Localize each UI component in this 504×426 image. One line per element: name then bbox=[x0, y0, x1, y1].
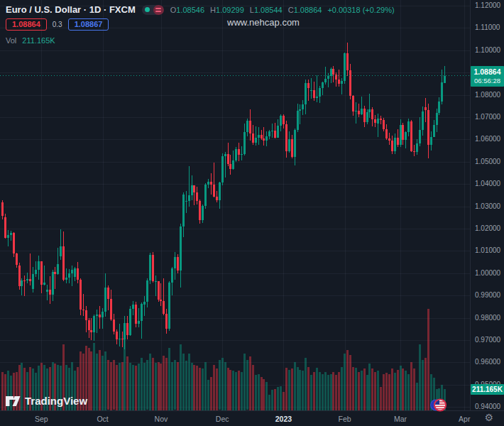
candle bbox=[280, 116, 282, 126]
volume-bar bbox=[299, 370, 301, 410]
volume-bar bbox=[324, 372, 327, 410]
volume-bar bbox=[238, 371, 240, 410]
time-axis[interactable]: SepOctNovDec2023FebMarApr bbox=[0, 410, 504, 426]
volume-bar bbox=[346, 350, 349, 410]
candle bbox=[46, 290, 48, 292]
volume-bar bbox=[110, 362, 112, 410]
volume-bar bbox=[235, 372, 237, 410]
volume-bar bbox=[280, 386, 282, 410]
candle bbox=[427, 110, 429, 145]
candle bbox=[385, 129, 388, 138]
candle bbox=[433, 125, 435, 137]
high-value: H1.09299 bbox=[210, 6, 244, 14]
volume-bar bbox=[224, 362, 226, 410]
time-axis-label[interactable]: Nov bbox=[155, 415, 168, 423]
candle bbox=[171, 268, 173, 283]
candle bbox=[152, 255, 154, 281]
economic-event-icons[interactable] bbox=[430, 397, 448, 416]
volume-bar bbox=[202, 368, 204, 410]
candle bbox=[96, 315, 98, 316]
volume-bar bbox=[335, 375, 337, 410]
time-axis-label[interactable]: Oct bbox=[97, 415, 108, 423]
us-flag-event-icon bbox=[430, 397, 448, 413]
price-axis-label: 1.07000 bbox=[475, 113, 500, 121]
candle bbox=[327, 76, 329, 80]
price-axis-label: 0.99000 bbox=[475, 291, 500, 299]
time-axis-label[interactable]: Sep bbox=[35, 415, 48, 423]
volume-bar bbox=[361, 371, 363, 410]
volume-bar bbox=[391, 368, 393, 410]
volume-bar bbox=[229, 370, 231, 410]
candle bbox=[271, 131, 273, 131]
candle bbox=[219, 182, 221, 200]
candle bbox=[32, 274, 34, 289]
candle bbox=[82, 310, 84, 310]
volume-bar bbox=[135, 366, 137, 410]
volume-bar bbox=[405, 371, 407, 410]
volume-bar bbox=[193, 365, 195, 410]
price-axis-label: 1.08000 bbox=[475, 91, 500, 99]
candle bbox=[297, 111, 299, 130]
legend-visibility-toggle[interactable] bbox=[142, 5, 164, 15]
candle bbox=[52, 272, 54, 295]
candle bbox=[374, 119, 376, 123]
time-axis-label[interactable]: 2023 bbox=[275, 415, 292, 423]
chart-legend: Euro / U.S. Dollar · 1D · FXCM O1.08546 … bbox=[6, 4, 395, 15]
time-axis-label[interactable]: Mar bbox=[394, 415, 407, 423]
volume-bar bbox=[374, 372, 376, 410]
tradingview-logo-text: TradingView bbox=[25, 395, 87, 407]
candle bbox=[268, 131, 270, 137]
candle bbox=[107, 288, 109, 299]
candle bbox=[416, 143, 418, 152]
volume-bar bbox=[121, 362, 124, 410]
candle bbox=[363, 109, 366, 122]
volume-bar bbox=[227, 368, 229, 410]
volume-bar bbox=[93, 343, 95, 410]
candle bbox=[165, 314, 168, 329]
price-axis[interactable]: 1.120001.110001.100001.090001.080001.070… bbox=[470, 0, 504, 410]
candle bbox=[80, 280, 82, 309]
volume-label[interactable]: Vol bbox=[6, 36, 16, 45]
sell-button[interactable]: 1.08864 bbox=[6, 18, 47, 31]
volume-bar bbox=[246, 360, 248, 410]
time-axis-label[interactable]: Feb bbox=[339, 415, 351, 423]
volume-bar bbox=[352, 367, 354, 410]
candle bbox=[441, 82, 443, 102]
candle bbox=[438, 102, 440, 112]
volume-bar bbox=[424, 358, 427, 410]
candle bbox=[366, 112, 368, 122]
candle bbox=[358, 111, 360, 114]
buy-button[interactable]: 1.08867 bbox=[68, 18, 109, 31]
volume-bar bbox=[344, 354, 346, 410]
candle bbox=[90, 330, 92, 332]
candle bbox=[16, 253, 18, 264]
candle bbox=[249, 121, 251, 133]
candle bbox=[124, 323, 126, 339]
price-axis-label: 1.03000 bbox=[475, 202, 500, 210]
tradingview-logo[interactable]: TradingView bbox=[6, 395, 87, 407]
volume-bar bbox=[96, 354, 98, 410]
candle bbox=[135, 305, 137, 324]
candle bbox=[54, 272, 56, 274]
candle bbox=[346, 53, 349, 71]
open-value: O1.08546 bbox=[170, 6, 204, 14]
candle bbox=[221, 156, 224, 182]
time-axis-label[interactable]: Apr bbox=[459, 415, 470, 423]
candle bbox=[199, 201, 201, 220]
candle bbox=[302, 104, 304, 109]
price-chart-canvas[interactable] bbox=[0, 0, 470, 410]
candle bbox=[410, 121, 412, 151]
symbol-title[interactable]: Euro / U.S. Dollar · 1D · FXCM bbox=[6, 4, 136, 15]
volume-bar bbox=[394, 373, 396, 410]
candle bbox=[380, 119, 382, 120]
volume-bar bbox=[241, 372, 243, 410]
candle bbox=[88, 320, 90, 330]
candle bbox=[319, 88, 321, 97]
candle bbox=[274, 131, 276, 138]
candle bbox=[163, 301, 165, 314]
volume-bar bbox=[271, 390, 273, 410]
candle bbox=[436, 113, 438, 125]
volume-bar bbox=[182, 354, 185, 410]
time-axis-label[interactable]: Dec bbox=[216, 415, 229, 423]
gear-icon[interactable]: ⚙ bbox=[484, 412, 493, 423]
